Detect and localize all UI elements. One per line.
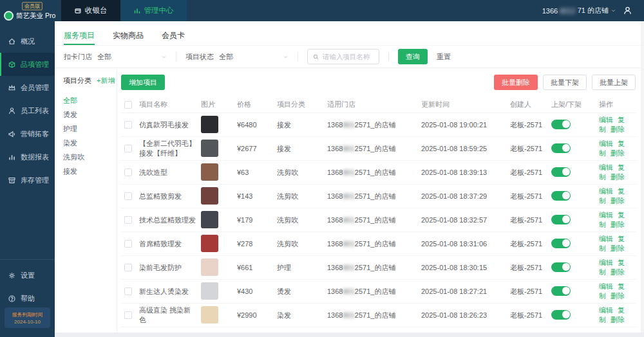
sidebar-item-reports[interactable]: 数据报表: [0, 145, 55, 168]
edit-link[interactable]: 编辑: [599, 211, 613, 219]
table-row: 【全新二代羽毛】接发【纤维】 ¥2677 接发 13688012571_的店铺 …: [121, 137, 636, 161]
delete-link[interactable]: 删除: [611, 316, 625, 323]
on-shelf-toggle[interactable]: [551, 191, 571, 201]
category-item-all[interactable]: 全部: [63, 96, 117, 105]
reset-button[interactable]: 重置: [437, 52, 451, 62]
delete-link[interactable]: 删除: [611, 149, 625, 157]
sidebar-item-members[interactable]: 会员管理: [0, 76, 55, 99]
row-checkbox[interactable]: [124, 168, 132, 176]
item-price: ¥2990: [237, 311, 277, 319]
edit-link[interactable]: 编辑: [599, 163, 613, 171]
category-item-dye[interactable]: 染发: [63, 138, 117, 148]
sidebar-item-marketing[interactable]: 营销拓客: [0, 122, 55, 145]
tab-member-cards[interactable]: 会员卡: [162, 30, 185, 45]
item-creator: 老板-2571: [510, 120, 551, 130]
account-dropdown[interactable]: 1366801271 的店铺: [542, 6, 616, 15]
on-shelf-toggle[interactable]: [551, 262, 571, 272]
row-checkbox[interactable]: [124, 240, 132, 248]
bulk-on-shelf-button[interactable]: 批量上架: [592, 75, 636, 90]
delete-link[interactable]: 删除: [611, 244, 625, 252]
status-filter-select[interactable]: 全部: [219, 52, 289, 62]
on-shelf-toggle[interactable]: [551, 215, 571, 224]
delete-link[interactable]: 删除: [611, 197, 625, 205]
delete-link[interactable]: 删除: [611, 125, 625, 133]
sidebar-item-overview[interactable]: 概况: [0, 30, 55, 53]
delete-link[interactable]: 删除: [611, 221, 625, 228]
item-creator: 老板-2571: [510, 311, 551, 320]
search-icon: [312, 53, 319, 60]
on-shelf-toggle[interactable]: [551, 239, 571, 248]
edit-link[interactable]: 编辑: [599, 306, 613, 314]
row-checkbox[interactable]: [124, 145, 132, 152]
row-checkbox[interactable]: [124, 192, 132, 200]
sidebar-item-settings[interactable]: 设置: [0, 264, 55, 287]
add-category-button[interactable]: +新增: [97, 76, 115, 86]
on-shelf-toggle[interactable]: [551, 310, 571, 320]
delete-link[interactable]: 删除: [611, 292, 625, 300]
item-photo: [201, 163, 218, 181]
sidebar-item-help[interactable]: 帮助: [0, 287, 55, 310]
item-name: 首席精致理发: [139, 239, 201, 249]
row-checkbox[interactable]: [124, 121, 132, 129]
user-avatar-icon[interactable]: [623, 6, 632, 15]
row-checkbox[interactable]: [124, 216, 132, 224]
edit-link[interactable]: 编辑: [599, 187, 613, 195]
toggle-knob: [562, 215, 570, 223]
on-shelf-toggle[interactable]: [551, 286, 571, 296]
col-creator: 创建人: [510, 100, 551, 109]
edit-link[interactable]: 编辑: [599, 116, 613, 123]
tab-physical-goods[interactable]: 实物商品: [113, 30, 144, 45]
sidebar-item-inventory[interactable]: 库存管理: [0, 168, 55, 192]
row-checkbox[interactable]: [124, 311, 132, 319]
sidebar-item-label: 品项管理: [21, 60, 49, 69]
tab-service-items[interactable]: 服务项目: [64, 30, 95, 45]
item-store: 13688012571_的店铺: [327, 239, 421, 249]
sidebar-item-items-management[interactable]: 品项管理: [0, 53, 55, 76]
item-updated-time: 2025-01-08 18:30:15: [421, 264, 510, 271]
delete-link[interactable]: 删除: [611, 173, 625, 181]
store-filter-value: 全部: [97, 52, 111, 62]
cashier-tab[interactable]: 收银台: [61, 0, 120, 21]
scrollbar[interactable]: [641, 21, 644, 332]
col-status: 上架/下架: [551, 100, 599, 109]
query-button[interactable]: 查询: [398, 49, 428, 64]
category-item-care[interactable]: 护理: [63, 124, 117, 134]
expiry-date: 2024-10-10: [14, 319, 41, 325]
store-masked-digits: 801: [343, 264, 354, 271]
row-checkbox[interactable]: [124, 287, 132, 295]
item-updated-time: 2025-01-08 18:37:29: [421, 192, 510, 200]
divider: [388, 52, 389, 61]
sidebar-footer: 设置 帮助: [0, 264, 55, 310]
help-icon: [8, 295, 16, 303]
store-filter-select[interactable]: 全部: [97, 52, 167, 62]
category-item-perm[interactable]: 烫发: [63, 110, 117, 120]
item-name: 染前毛发防护: [139, 263, 201, 273]
edit-link[interactable]: 编辑: [599, 140, 613, 147]
item-creator: 老板-2571: [510, 192, 551, 201]
edit-link[interactable]: 编辑: [599, 259, 613, 266]
item-name: 新生达人烫染发: [139, 287, 201, 296]
row-checkbox[interactable]: [124, 264, 132, 271]
store-masked-digits: 801: [343, 240, 354, 248]
item-category: 烫发: [277, 287, 327, 296]
item-price: ¥179: [237, 216, 277, 224]
crown-icon: [8, 84, 16, 92]
edit-link[interactable]: 编辑: [599, 282, 613, 290]
add-item-button[interactable]: 增加项目: [121, 75, 165, 90]
on-shelf-toggle[interactable]: [551, 167, 571, 177]
on-shelf-toggle[interactable]: [551, 143, 571, 153]
category-item-extension[interactable]: 接发: [63, 167, 117, 176]
item-search-input[interactable]: [323, 53, 374, 60]
divider: [298, 52, 298, 61]
bulk-off-shelf-button[interactable]: 批量下架: [543, 75, 587, 90]
edit-link[interactable]: 编辑: [599, 235, 613, 242]
category-item-cut[interactable]: 洗剪吹: [63, 152, 117, 162]
admin-center-tab[interactable]: 管理中心: [120, 0, 187, 21]
sidebar-item-label: 帮助: [21, 294, 35, 304]
brand-name: 简艺美业 Pro: [16, 12, 55, 21]
select-all-checkbox[interactable]: [124, 101, 132, 109]
sidebar-item-staff[interactable]: 员工列表: [0, 99, 55, 122]
delete-link[interactable]: 删除: [611, 268, 625, 276]
bulk-delete-button[interactable]: 批量删除: [494, 75, 538, 90]
on-shelf-toggle[interactable]: [551, 120, 571, 129]
